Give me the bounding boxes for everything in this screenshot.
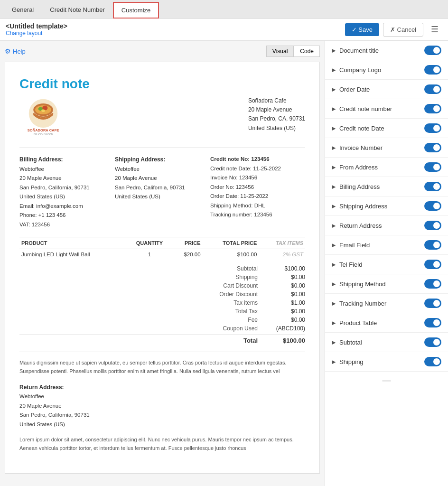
billing-address-toggle[interactable] (424, 182, 441, 191)
chevron-right-icon: ▶ (332, 125, 336, 131)
right-item-label: Company Logo (339, 66, 424, 74)
change-layout-link[interactable]: Change layout (6, 30, 345, 37)
right-item-label: Document title (339, 47, 424, 54)
right-item-label: Product Table (339, 319, 424, 327)
email-field-toggle[interactable] (424, 240, 441, 250)
fee-label: Fee (191, 317, 267, 323)
right-item-from-address[interactable]: ▶ From Address (325, 158, 448, 177)
product-tax: 2% GST (259, 249, 305, 260)
product-total: $100.00 (203, 249, 259, 260)
right-item-return-address[interactable]: ▶ Return Address (325, 216, 448, 235)
billing-name: Webtoffee (19, 166, 44, 172)
right-item-credit-note-number[interactable]: ▶ Credit note number (325, 99, 448, 119)
right-item-shipping-address[interactable]: ▶ Shipping Address (325, 196, 448, 216)
right-item-company-logo[interactable]: ▶ Company Logo (325, 60, 448, 80)
product-name: Jumbing LED Light Wall Ball (19, 249, 127, 260)
right-panel: ▶ Document title ▶ Company Logo ▶ Order … (325, 41, 448, 486)
header-bar: <Untitled template> Change layout ✓ Save… (0, 19, 448, 41)
visual-button[interactable]: Visual (266, 46, 294, 57)
shipping-label: Shipping Address: (115, 156, 165, 163)
col-price: PRICE (172, 237, 203, 249)
menu-button[interactable]: ☰ (427, 22, 442, 37)
info-shipping: Shipping Method: DHL (210, 201, 305, 211)
right-item-document-title[interactable]: ▶ Document title (325, 41, 448, 60)
right-item-label: Tracking Number (339, 300, 424, 307)
help-label: Help (13, 48, 26, 55)
total-tax-row: Total Tax $0.00 (19, 307, 305, 316)
right-item-label: Order Date (339, 86, 424, 93)
invoice-number-toggle[interactable] (424, 143, 441, 152)
company-name: Soñadora Cafe (248, 96, 305, 105)
billing-label: Billing Address: (19, 156, 63, 163)
right-item-shipping-method[interactable]: ▶ Shipping Method (325, 274, 448, 294)
credit-note-date-toggle[interactable] (424, 123, 441, 133)
left-panel: ⚙ Help Visual Code Credit note (0, 41, 325, 486)
billing-vat: VAT: 123456 (19, 222, 50, 227)
right-item-product-table[interactable]: ▶ Product Table (325, 313, 448, 333)
col-product: PRODUCT (19, 237, 127, 249)
info-credit-no: Credit note No: 123456 (210, 155, 305, 164)
product-table: PRODUCT QUANTITY PRICE TOTAL PRICE TAX I… (19, 237, 305, 260)
col-total-price: TOTAL PRICE (203, 237, 259, 249)
product-table-toggle[interactable] (424, 318, 441, 327)
product-price: $20.00 (172, 249, 203, 260)
shipping-addr2: San Pedro, California, 90731 (115, 185, 185, 190)
save-button[interactable]: ✓ Save (345, 23, 379, 36)
right-item-email-field[interactable]: ▶ Email Field (325, 235, 448, 255)
chevron-right-icon: ▶ (332, 262, 336, 268)
credit-note-number-toggle[interactable] (424, 104, 441, 113)
tab-customize[interactable]: Customize (113, 2, 159, 19)
chevron-right-icon: ▶ (332, 106, 336, 112)
tab-credit-note-number[interactable]: Credit Note Number (42, 2, 113, 18)
cancel-button[interactable]: ✗ Cancel (383, 23, 423, 37)
chevron-right-icon: ▶ (332, 145, 336, 151)
total-tax-label: Total Tax (191, 308, 267, 315)
right-item-subtotal[interactable]: ▶ Subtotal (325, 333, 448, 352)
right-item-invoice-number[interactable]: ▶ Invoice Number (325, 138, 448, 158)
chevron-right-icon: ▶ (332, 164, 336, 170)
order-discount-value: $0.00 (267, 291, 305, 298)
shipping-address-toggle[interactable] (424, 201, 441, 211)
right-item-credit-note-date[interactable]: ▶ Credit note Date (325, 119, 448, 138)
return-address-block: Return Address: Webtoffee 20 Maple Avenu… (19, 383, 305, 430)
tel-field-toggle[interactable] (424, 260, 441, 269)
shipping-address-block: Shipping Address: Webtoffee 20 Maple Ave… (115, 155, 201, 229)
right-item-tel-field[interactable]: ▶ Tel Field (325, 255, 448, 274)
scroll-indicator: — (325, 372, 448, 389)
right-item-shipping[interactable]: ▶ Shipping (325, 352, 448, 372)
tab-general[interactable]: General (4, 2, 42, 18)
shipping-name: Webtoffee (115, 166, 140, 172)
info-order-no: Order No: 123456 (210, 183, 305, 192)
subtotal-value: $100.00 (267, 265, 305, 272)
right-item-tracking-number[interactable]: ▶ Tracking Number (325, 294, 448, 313)
order-discount-label: Order Discount (191, 291, 267, 298)
shipping-method-toggle[interactable] (424, 279, 441, 289)
right-item-label: Subtotal (339, 339, 424, 346)
code-button[interactable]: Code (294, 46, 320, 57)
tab-bar: General Credit Note Number Customize (0, 0, 448, 19)
right-item-billing-address[interactable]: ▶ Billing Address (325, 177, 448, 196)
right-item-order-date[interactable]: ▶ Order Date (325, 80, 448, 99)
document-title-toggle[interactable] (424, 46, 441, 55)
right-item-label: Shipping Address (339, 203, 424, 210)
right-item-label: Invoice Number (339, 144, 424, 151)
return-name: Webtoffee (19, 393, 44, 399)
tracking-number-toggle[interactable] (424, 299, 441, 308)
help-link[interactable]: ⚙ Help (5, 47, 26, 55)
main-area: ⚙ Help Visual Code Credit note (0, 41, 448, 486)
fee-row: Fee $0.00 (19, 316, 305, 324)
header-left: <Untitled template> Change layout (6, 22, 345, 37)
totals-section: Subtotal $100.00 Shipping $0.00 Cart Dis… (19, 264, 305, 345)
return-address-toggle[interactable] (424, 221, 441, 230)
shipping-toggle[interactable] (424, 357, 441, 366)
order-date-toggle[interactable] (424, 84, 441, 94)
from-address-toggle[interactable] (424, 162, 441, 172)
svg-point-5 (41, 109, 45, 112)
company-logo-toggle[interactable] (424, 65, 441, 75)
right-item-label: Email Field (339, 242, 424, 249)
billing-addr2: San Pedro, California, 90731 (19, 185, 90, 190)
col-tax-items: TAX ITEMS (259, 237, 305, 249)
subtotal-toggle[interactable] (424, 337, 441, 347)
credit-note-title: Credit note (19, 76, 305, 92)
subtotal-label: Subtotal (191, 265, 267, 272)
